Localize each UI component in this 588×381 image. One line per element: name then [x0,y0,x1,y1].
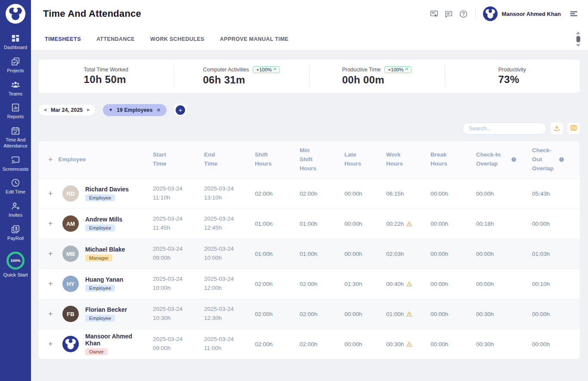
edit-time-icon [11,178,20,188]
employee-cell: +HYHuang YananEmployee [38,276,153,292]
date-label[interactable]: Mar 24, 2025 [51,107,83,113]
avatar: AM [62,215,79,232]
check-out-overlap-cell: 01:03h [532,251,580,257]
sidebar-item-dashboard[interactable]: Dashboard [0,33,31,51]
employees-filter-chip[interactable]: ▼ 19 Employees ✕ [103,104,166,116]
min-shift-hours-cell: 01:00h [300,251,344,257]
employee-name: Mansoor Ahmed Khan [85,333,149,347]
scroll-up-icon[interactable] [576,31,580,34]
scrollbar[interactable] [576,31,580,46]
sidebar-item-reports[interactable]: Reports [0,102,31,120]
user-menu[interactable]: Mansoor Ahmed Khan [483,6,561,21]
employee-cell: +RDRichard DaviesEmployee [38,185,153,202]
scroll-down-icon[interactable] [576,44,580,46]
expand-row-button[interactable]: + [48,310,62,318]
check-out-overlap-cell: 00:00h [532,341,580,347]
min-shift-hours-cell: 02:00h [300,190,344,197]
stat-label: Computer Activities [203,67,249,73]
stat-total-time-worked: Total Time Worked10h 50m [38,59,174,93]
sidebar-item-time-and-attendance[interactable]: Time And Attendance [0,126,31,149]
work-hours-cell: 00:40h [386,281,430,287]
sidebar-item-quick-start[interactable]: 100% Quick Start [3,252,28,277]
expand-row-button[interactable]: + [48,190,62,197]
user-name: Mansoor Ahmed Khan [502,11,561,17]
start-time-cell: 2025-03-2411:10h [153,184,204,203]
stat-productive-time: Productive Time+100%^00h 00m [309,59,445,93]
menu-icon[interactable] [569,9,579,18]
expand-row-button[interactable]: + [48,220,62,227]
sidebar-item-payroll[interactable]: PayRoll [0,224,31,242]
tab-timesheets[interactable]: TIMESHEETS [45,36,81,42]
expand-row-button[interactable]: + [48,280,62,288]
sidebar-item-edit-time[interactable]: Edit Time [0,178,31,195]
role-badge: Manager [85,255,112,261]
stat-label: Total Time Worked [84,67,128,73]
sidebar: DashboardProjectsTeamsReportsTime And At… [0,0,31,381]
role-badge: Employee [85,315,115,322]
stats-card: Total Time Worked10h 50mComputer Activit… [38,59,580,93]
payroll-icon [11,224,20,234]
break-hours-cell: 00:00h [430,190,476,197]
employee-name: Florian Becker [85,306,127,313]
warning-icon [406,341,412,347]
date-picker[interactable]: ◀ Mar 24, 2025 ▶ [38,104,96,116]
page-title: Time And Attendance [43,8,141,19]
table-body: +RDRichard DaviesEmployee2025-03-2411:10… [38,178,580,359]
check-out-overlap-cell: 05:43h [532,190,580,197]
download-button[interactable] [550,122,563,135]
sidebar-item-teams[interactable]: Teams [0,80,31,97]
dashboard-icon [11,33,20,43]
activity-monitor-icon[interactable] [430,9,439,18]
tab-approve-manual-time[interactable]: APPROVE MANUAL TIME [220,36,288,42]
search-input[interactable] [462,123,547,135]
quick-start-label: Quick Start [3,272,28,277]
reports-icon [11,102,20,113]
column-min-shift-hours: Min Shift Hours [300,146,318,173]
info-icon[interactable] [559,157,564,163]
tab-attendance[interactable]: ATTENDANCE [96,36,135,42]
avatar: FB [62,306,79,322]
close-icon[interactable]: ✕ [157,107,161,113]
shift-hours-cell: 02:00h [255,281,300,287]
check-in-overlap-cell: 00:00h [476,190,532,197]
expand-all-button[interactable]: + [48,156,53,163]
min-shift-hours-cell: 01:00h [300,221,344,227]
table-row: +FBFlorian BeckerEmployee2025-03-2410:30… [38,299,580,329]
sidebar-item-invites[interactable]: Invites [0,201,31,218]
role-badge: Employee [85,224,115,231]
avatar: MB [62,246,79,262]
scroll-thumb[interactable] [576,36,580,42]
shift-hours-cell: 02:00h [255,311,300,317]
employee-cell: +AMAndrew MillsEmployee [38,215,153,232]
info-icon[interactable] [511,157,517,163]
late-hours-cell: 00:00h [344,341,386,347]
column-check-in-overlap: Check-In Overlap [476,151,501,169]
stat-label: Productivity [498,67,526,73]
next-date-icon[interactable]: ▶ [87,108,90,112]
app-logo-icon[interactable] [6,4,25,24]
help-icon[interactable] [459,9,468,18]
check-out-overlap-cell: 00:00h [532,221,580,227]
work-hours-cell: 02:03h [386,251,430,257]
columns-button[interactable] [567,122,580,135]
end-time-cell: 2025-03-2411:00h [204,335,255,353]
sidebar-item-label: Time And Attendance [0,137,31,149]
chat-icon[interactable] [444,9,453,18]
expand-row-button[interactable]: + [48,250,62,258]
trend-badge[interactable]: +100%^ [253,66,280,73]
break-hours-cell: 00:00h [430,251,476,257]
expand-row-button[interactable]: + [48,340,62,348]
start-time-cell: 2025-03-2411:45h [153,215,204,233]
sidebar-item-screencasts[interactable]: Screencasts [0,155,31,172]
add-filter-button[interactable]: + [174,103,187,117]
late-hours-cell: 00:00h [344,251,386,257]
sidebar-item-projects[interactable]: Projects [0,56,31,74]
warning-icon [406,281,412,287]
chevron-down-icon: ▼ [108,108,113,112]
tab-work-schedules[interactable]: WORK SCHEDULES [150,36,204,42]
employee-name: Huang Yanan [85,276,123,283]
break-hours-cell: 00:00h [430,341,476,347]
trend-badge[interactable]: +100%^ [384,66,412,73]
employee-name: Richard Davies [85,186,129,193]
prev-date-icon[interactable]: ◀ [43,108,46,112]
